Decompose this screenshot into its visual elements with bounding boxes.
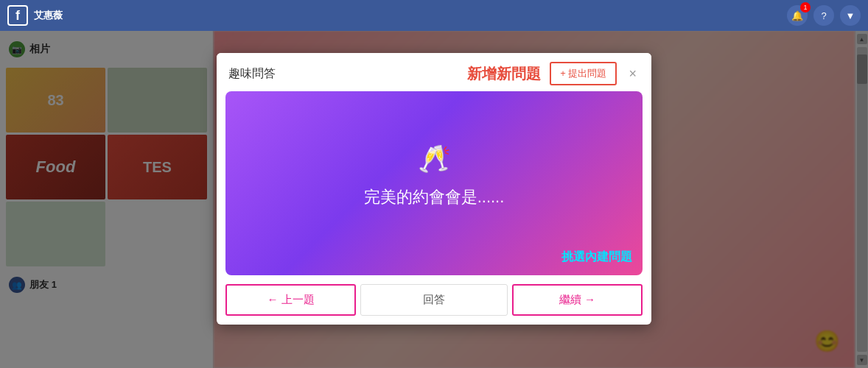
modal-next-btn[interactable]: 繼續 → — [512, 284, 643, 316]
modal-header-right: 新增新問題 + 提出問題 × — [467, 62, 640, 85]
modal-submit-btn[interactable]: + 提出問題 — [550, 62, 617, 85]
quiz-modal: 趣味問答 新增新問題 + 提出問題 × 🥂 完美的約會會是...... 挑選內建… — [217, 53, 651, 325]
quiz-question: 完美的約會會是...... — [364, 186, 505, 208]
modal-answer-btn[interactable]: 回答 — [360, 284, 508, 316]
notification-btn[interactable]: 🔔 1 — [787, 5, 808, 26]
fb-logo-icon: f — [7, 5, 28, 26]
modal-close-btn[interactable]: × — [626, 66, 640, 82]
modal-title: 趣味問答 — [228, 66, 276, 82]
modal-prev-btn[interactable]: ← 上一題 — [225, 284, 356, 316]
topbar-username: 艾惠薇 — [34, 9, 63, 22]
topbar: f 艾惠薇 🔔 1 ? ▼ — [0, 0, 868, 31]
quiz-emoji: 🥂 — [418, 144, 451, 174]
modal-header: 趣味問答 新增新問題 + 提出問題 × — [217, 53, 651, 91]
modal-overlay: 趣味問答 新增新問題 + 提出問題 × 🥂 完美的約會會是...... 挑選內建… — [0, 31, 868, 368]
topbar-right: 🔔 1 ? ▼ — [787, 5, 861, 26]
modal-body: 🥂 完美的約會會是...... 挑選內建問題 — [217, 91, 651, 284]
account-btn[interactable]: ▼ — [840, 5, 861, 26]
modal-footer: ← 上一題 回答 繼續 → — [217, 284, 651, 325]
help-btn[interactable]: ? — [813, 5, 834, 26]
quiz-card: 🥂 完美的約會會是...... 挑選內建問題 — [225, 91, 643, 275]
main-content: 📷 相片 83 Food TES 👥 朋友 1 😊 ▲ — [0, 31, 868, 368]
modal-new-label: 新增新問題 — [467, 64, 541, 84]
notification-badge: 1 — [800, 2, 811, 13]
quiz-built-in-label[interactable]: 挑選內建問題 — [561, 250, 632, 265]
